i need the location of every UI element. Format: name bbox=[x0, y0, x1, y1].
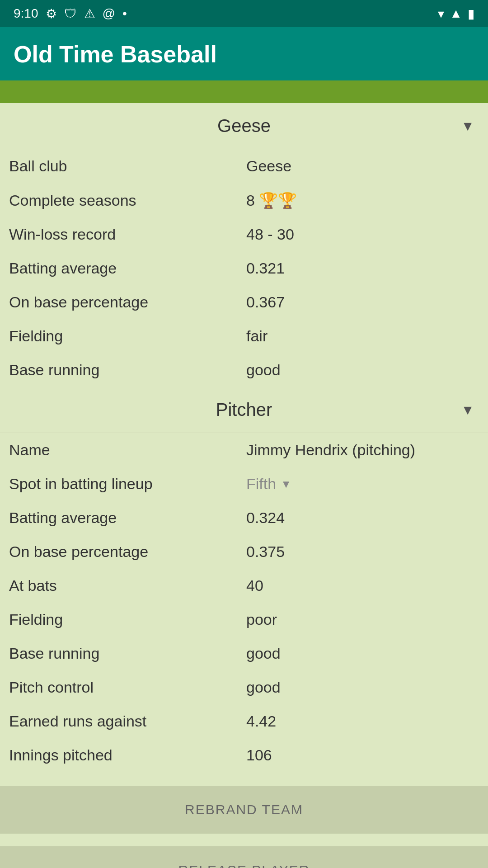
player-obp-row: On base percentage 0.375 bbox=[0, 535, 488, 569]
complete-seasons-label: Complete seasons bbox=[9, 192, 242, 209]
battery-icon: ▮ bbox=[468, 6, 474, 21]
main-content: Geese ▼ Ball club Geese Complete seasons… bbox=[0, 103, 488, 868]
batting-lineup-value: Fifth bbox=[246, 475, 276, 493]
button-area: REBRAND TEAM RELEASE PLAYER bbox=[0, 772, 488, 868]
team-win-loss-row: Win-loss record 48 - 30 bbox=[0, 217, 488, 251]
win-loss-value: 48 - 30 bbox=[242, 226, 479, 243]
player-base-running-row: Base running good bbox=[0, 637, 488, 670]
at-icon: @ bbox=[103, 6, 115, 21]
era-label: Earned runs against bbox=[9, 712, 242, 730]
player-at-bats-row: At bats 40 bbox=[0, 569, 488, 603]
team-base-running-value: good bbox=[242, 361, 479, 379]
status-bar: 9:10 ⚙ 🛡 ⚠ @ • ▾ ▲ ▮ bbox=[0, 0, 488, 27]
release-player-button[interactable]: RELEASE PLAYER bbox=[0, 846, 488, 868]
team-batting-avg-label: Batting average bbox=[9, 259, 242, 277]
innings-pitched-value: 106 bbox=[242, 746, 479, 764]
ball-club-value: Geese bbox=[242, 157, 479, 175]
app-header: Old Time Baseball bbox=[0, 27, 488, 80]
player-batting-lineup-row[interactable]: Spot in batting lineup Fifth ▼ bbox=[0, 467, 488, 501]
team-obp-label: On base percentage bbox=[9, 293, 242, 311]
status-left: 9:10 ⚙ 🛡 ⚠ @ • bbox=[14, 6, 127, 21]
team-fielding-label: Fielding bbox=[9, 327, 242, 345]
player-fielding-row: Fielding poor bbox=[0, 603, 488, 637]
player-batting-avg-value: 0.324 bbox=[242, 509, 479, 527]
pitch-control-label: Pitch control bbox=[9, 679, 242, 696]
player-era-row: Earned runs against 4.42 bbox=[0, 704, 488, 738]
innings-pitched-label: Innings pitched bbox=[9, 746, 242, 764]
team-batting-avg-value: 0.321 bbox=[242, 259, 479, 277]
player-name-value: Jimmy Hendrix (pitching) bbox=[242, 441, 479, 459]
player-obp-value: 0.375 bbox=[242, 543, 479, 561]
team-section-label: Geese bbox=[217, 116, 271, 136]
player-fielding-value: poor bbox=[242, 611, 479, 628]
team-obp-value: 0.367 bbox=[242, 293, 479, 311]
player-innings-pitched-row: Innings pitched 106 bbox=[0, 738, 488, 772]
app-title: Old Time Baseball bbox=[14, 41, 474, 68]
batting-lineup-label: Spot in batting lineup bbox=[9, 475, 242, 493]
team-complete-seasons-row: Complete seasons 8 🏆🏆 bbox=[0, 183, 488, 217]
player-section-header[interactable]: Pitcher ▼ bbox=[0, 387, 488, 433]
team-fielding-value: fair bbox=[242, 327, 479, 345]
warning-icon: ⚠ bbox=[84, 6, 95, 21]
player-obp-label: On base percentage bbox=[9, 543, 242, 561]
team-batting-avg-row: Batting average 0.321 bbox=[0, 251, 488, 285]
win-loss-label: Win-loss record bbox=[9, 226, 242, 243]
shield-icon: 🛡 bbox=[64, 6, 77, 21]
player-pitch-control-row: Pitch control good bbox=[0, 670, 488, 704]
player-chevron-icon[interactable]: ▼ bbox=[461, 402, 474, 418]
time-display: 9:10 bbox=[14, 6, 38, 21]
team-base-running-label: Base running bbox=[9, 361, 242, 379]
player-at-bats-value: 40 bbox=[242, 577, 479, 594]
player-at-bats-label: At bats bbox=[9, 577, 242, 594]
ball-club-label: Ball club bbox=[9, 157, 242, 175]
team-obp-row: On base percentage 0.367 bbox=[0, 285, 488, 319]
batting-lineup-dropdown[interactable]: Fifth ▼ bbox=[242, 475, 479, 493]
top-accent-bar bbox=[0, 80, 488, 103]
player-batting-avg-row: Batting average 0.324 bbox=[0, 501, 488, 535]
team-ball-club-row: Ball club Geese bbox=[0, 149, 488, 183]
gear-icon: ⚙ bbox=[46, 6, 57, 21]
player-section-label: Pitcher bbox=[216, 400, 272, 420]
rebrand-team-button[interactable]: REBRAND TEAM bbox=[0, 786, 488, 834]
dot-icon: • bbox=[122, 6, 127, 21]
team-base-running-row: Base running good bbox=[0, 353, 488, 387]
pitch-control-value: good bbox=[242, 679, 479, 696]
wifi-icon: ▾ bbox=[438, 6, 444, 21]
team-chevron-icon[interactable]: ▼ bbox=[461, 118, 474, 134]
player-fielding-label: Fielding bbox=[9, 611, 242, 628]
player-name-row: Name Jimmy Hendrix (pitching) bbox=[0, 433, 488, 467]
signal-icon: ▲ bbox=[450, 6, 462, 21]
era-value: 4.42 bbox=[242, 712, 479, 730]
player-batting-avg-label: Batting average bbox=[9, 509, 242, 527]
team-section-header[interactable]: Geese ▼ bbox=[0, 103, 488, 149]
player-name-label: Name bbox=[9, 441, 242, 459]
player-base-running-value: good bbox=[242, 645, 479, 662]
player-base-running-label: Base running bbox=[9, 645, 242, 662]
team-fielding-row: Fielding fair bbox=[0, 319, 488, 353]
status-right: ▾ ▲ ▮ bbox=[438, 6, 474, 21]
batting-lineup-chevron-icon: ▼ bbox=[281, 478, 291, 491]
complete-seasons-value: 8 🏆🏆 bbox=[242, 191, 479, 209]
